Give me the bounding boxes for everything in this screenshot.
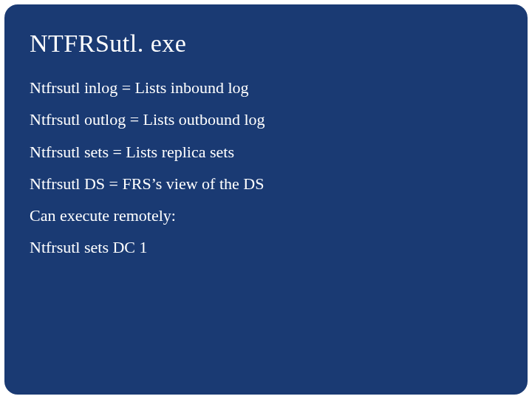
body-line: Can execute remotely: (30, 206, 504, 225)
body-line: Ntfrsutl sets = Lists replica sets (30, 143, 504, 161)
body-line: Ntfrsutl outlog = Lists outbound log (30, 110, 504, 129)
slide-title: NTFRSutl. exe (30, 30, 504, 58)
slide: NTFRSutl. exe Ntfrsutl inlog = Lists inb… (4, 4, 528, 395)
body-line: Ntfrsutl sets DC 1 (30, 238, 504, 256)
body-line: Ntfrsutl DS = FRS’s view of the DS (30, 174, 504, 193)
body-line: Ntfrsutl inlog = Lists inbound log (30, 78, 504, 97)
